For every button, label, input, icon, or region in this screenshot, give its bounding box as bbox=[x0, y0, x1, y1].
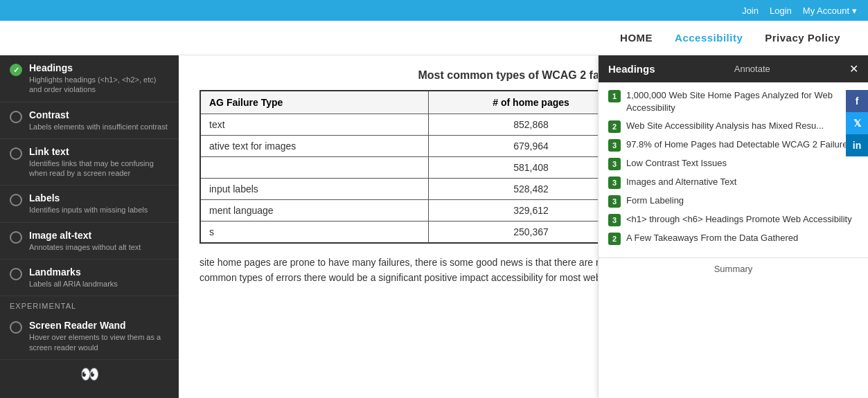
panel-annotate-label[interactable]: Annotate bbox=[734, 64, 770, 74]
sidebar-landmarks-desc: Labels all ARIA landmarks bbox=[29, 279, 169, 289]
sidebar-image-alt-text-desc: Annotates images without alt text bbox=[29, 242, 169, 252]
nav-bar: HOME Accessibility Privacy Policy bbox=[0, 21, 868, 55]
heading-badge-h2: 2 bbox=[608, 120, 621, 133]
heading-text: Web Site Accessibility Analysis has Mixe… bbox=[626, 120, 824, 132]
headings-panel-header: Headings Annotate ✕ bbox=[599, 55, 868, 82]
radio-image-alt-text bbox=[10, 231, 22, 244]
sidebar-item-contrast[interactable]: Contrast Labels elements with insufficie… bbox=[0, 102, 179, 139]
radio-screen-reader-wand bbox=[10, 321, 22, 334]
sidebar-labels-desc: Identifies inputs with missing labels bbox=[29, 205, 169, 215]
sidebar-item-landmarks[interactable]: Landmarks Labels all ARIA landmarks bbox=[0, 260, 179, 296]
social-share: f 𝕏 in bbox=[846, 90, 868, 156]
sidebar-labels-title: Labels bbox=[29, 192, 169, 203]
heading-item-takeaways[interactable]: 2 A Few Takeaways From the Data Gathered bbox=[608, 232, 858, 245]
sidebar-screen-reader-wand-desc: Hover over elements to view them as a sc… bbox=[29, 332, 169, 352]
heading-badge-h3: 3 bbox=[608, 195, 621, 208]
panel-summary[interactable]: Summary bbox=[599, 257, 868, 280]
heading-badge-h3: 3 bbox=[608, 177, 621, 189]
sidebar-image-alt-text-title: Image alt-text bbox=[29, 230, 169, 241]
experimental-label: EXPERIMENTAL bbox=[0, 296, 179, 313]
nav-accessibility[interactable]: Accessibility bbox=[675, 32, 743, 44]
radio-link-text bbox=[10, 147, 22, 160]
sidebar-item-image-alt-text[interactable]: Image alt-text Annotates images without … bbox=[0, 223, 179, 260]
sidebar-headings-desc: Highlights headings (<h1>, <h2>, etc) an… bbox=[29, 75, 169, 95]
heading-item-h1-h6[interactable]: 3 <h1> through <h6> Headings Promote Web… bbox=[608, 213, 858, 226]
linkedin-share-button[interactable]: in bbox=[846, 134, 868, 156]
sidebar: Headings Highlights headings (<h1>, <h2>… bbox=[0, 55, 179, 398]
heading-item-form-labeling[interactable]: 3 Form Labeling bbox=[608, 195, 858, 208]
heading-text-images-alt: Images and Alternative Text bbox=[626, 176, 736, 188]
cell-type: ative text for images bbox=[200, 136, 429, 157]
heading-badge-h3: 3 bbox=[608, 214, 621, 226]
nav-home[interactable]: HOME bbox=[620, 32, 653, 44]
radio-landmarks bbox=[10, 268, 22, 280]
sidebar-item-link-text[interactable]: Link text Identifies links that may be c… bbox=[0, 139, 179, 186]
sidebar-item-headings[interactable]: Headings Highlights headings (<h1>, <h2>… bbox=[0, 55, 179, 102]
glasses-icon: 👀 bbox=[80, 365, 99, 383]
cell-type bbox=[200, 157, 429, 179]
heading-text-h1-h6: <h1> through <h6> Headings Promote Web A… bbox=[626, 213, 852, 226]
sidebar-link-text-desc: Identifies links that may be confusing w… bbox=[29, 159, 169, 179]
heading-text-takeaways: A Few Takeaways From the Data Gathered bbox=[626, 232, 798, 244]
login-link[interactable]: Login bbox=[770, 6, 792, 16]
heading-item[interactable]: 3 97.8% of Home Pages had Detectable WCA… bbox=[608, 138, 858, 152]
heading-badge-h1: 1 bbox=[608, 90, 621, 102]
sidebar-screen-reader-wand-title: Screen Reader Wand bbox=[29, 320, 169, 331]
top-bar: Join Login My Account ▾ bbox=[0, 0, 868, 21]
twitter-share-button[interactable]: 𝕏 bbox=[846, 112, 868, 134]
sidebar-headings-title: Headings bbox=[29, 62, 169, 73]
my-account-label: My Account bbox=[803, 6, 849, 16]
col-header-type: AG Failure Type bbox=[200, 91, 429, 114]
sidebar-landmarks-title: Landmarks bbox=[29, 266, 169, 278]
sidebar-item-labels[interactable]: Labels Identifies inputs with missing la… bbox=[0, 186, 179, 222]
cell-type: text bbox=[200, 114, 429, 136]
cell-type: input labels bbox=[200, 179, 429, 200]
chevron-down-icon: ▾ bbox=[852, 6, 857, 16]
radio-headings bbox=[10, 64, 22, 76]
headings-panel: Headings Annotate ✕ 1 1,000,000 Web Site… bbox=[598, 55, 868, 398]
sidebar-item-screen-reader-wand[interactable]: Screen Reader Wand Hover over elements t… bbox=[0, 313, 179, 360]
cell-type: ment language bbox=[200, 200, 429, 221]
sidebar-link-text-title: Link text bbox=[29, 146, 169, 157]
heading-badge-h3: 3 bbox=[608, 139, 621, 152]
sidebar-contrast-desc: Labels elements with insufficient contra… bbox=[29, 122, 169, 132]
heading-item[interactable]: 1 1,000,000 Web Site Home Pages Analyzed… bbox=[608, 89, 858, 114]
radio-contrast bbox=[10, 111, 22, 123]
sidebar-footer: 👀 bbox=[0, 360, 179, 389]
facebook-share-button[interactable]: f bbox=[846, 90, 868, 112]
main-container: Headings Highlights headings (<h1>, <h2>… bbox=[0, 55, 868, 398]
content-area: Most common types of WCAG 2 failures AG … bbox=[179, 55, 868, 398]
heading-item[interactable]: 2 Web Site Accessibility Analysis has Mi… bbox=[608, 120, 858, 133]
cell-type: s bbox=[200, 221, 429, 244]
heading-text: 97.8% of Home Pages had Detectable WCAG … bbox=[626, 138, 855, 151]
heading-item-low-contrast[interactable]: 3 Low Contrast Text Issues bbox=[608, 157, 858, 170]
heading-badge-h3: 3 bbox=[608, 158, 621, 170]
headings-panel-title: Headings bbox=[608, 63, 655, 75]
heading-item-images-alt[interactable]: 3 Images and Alternative Text bbox=[608, 176, 858, 189]
heading-text-form-labeling: Form Labeling bbox=[626, 195, 684, 207]
headings-list: 1 1,000,000 Web Site Home Pages Analyzed… bbox=[599, 82, 868, 257]
panel-close-button[interactable]: ✕ bbox=[849, 62, 858, 75]
my-account-link[interactable]: My Account ▾ bbox=[803, 6, 857, 16]
nav-privacy-policy[interactable]: Privacy Policy bbox=[765, 32, 840, 44]
heading-text-low-contrast: Low Contrast Text Issues bbox=[626, 157, 727, 170]
heading-text: 1,000,000 Web Site Home Pages Analyzed f… bbox=[626, 89, 858, 114]
heading-badge-h2: 2 bbox=[608, 233, 621, 245]
radio-labels bbox=[10, 194, 22, 206]
sidebar-contrast-title: Contrast bbox=[29, 109, 169, 120]
join-link[interactable]: Join bbox=[742, 6, 759, 16]
